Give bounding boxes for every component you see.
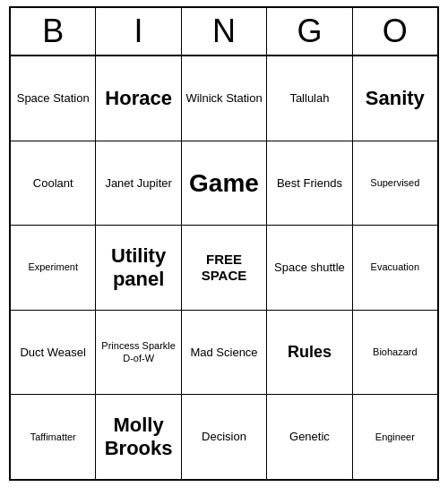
bingo-cell: Space shuttle [267,226,352,310]
bingo-header-letter: B [11,8,96,55]
bingo-cell: Supervised [353,141,437,226]
bingo-header: BINGO [11,8,437,55]
bingo-cell: Evacuation [353,226,437,310]
bingo-cell: Mad Science [182,311,267,395]
bingo-cell: Horace [96,56,181,141]
bingo-header-letter: G [267,8,352,55]
bingo-cell: Experiment [11,226,96,310]
bingo-cell: Space Station [11,56,96,141]
bingo-cell: Genetic [267,395,352,479]
bingo-header-letter: O [353,8,437,55]
bingo-header-letter: N [182,8,267,55]
bingo-cell: Utility panel [96,226,181,310]
bingo-cell: Princess Sparkle D-of-W [96,311,181,395]
bingo-grid: Space StationHoraceWilnick StationTallul… [11,55,437,479]
bingo-cell: FREE SPACE [182,226,267,310]
bingo-cell: Janet Jupiter [96,141,181,226]
bingo-cell: Biohazard [353,311,437,395]
bingo-row: Duct WeaselPrincess Sparkle D-of-WMad Sc… [11,311,437,396]
bingo-cell: Game [182,141,267,226]
bingo-cell: Sanity [353,56,437,141]
bingo-row: Space StationHoraceWilnick StationTallul… [11,56,437,141]
bingo-row: ExperimentUtility panelFREE SPACESpace s… [11,226,437,311]
bingo-card: BINGO Space StationHoraceWilnick Station… [9,6,439,481]
bingo-cell: Best Friends [267,141,352,226]
bingo-cell: Decision [182,395,267,479]
bingo-cell: Rules [267,311,352,395]
bingo-header-letter: I [96,8,181,55]
bingo-cell: Tallulah [267,56,352,141]
bingo-cell: Engineer [353,395,437,479]
bingo-cell: Wilnick Station [182,56,267,141]
bingo-row: TaffimatterMolly BrooksDecisionGeneticEn… [11,395,437,479]
bingo-cell: Taffimatter [11,395,96,479]
bingo-row: CoolantJanet JupiterGameBest FriendsSupe… [11,141,437,226]
bingo-cell: Coolant [11,141,96,226]
bingo-cell: Molly Brooks [96,395,181,479]
bingo-cell: Duct Weasel [11,311,96,395]
